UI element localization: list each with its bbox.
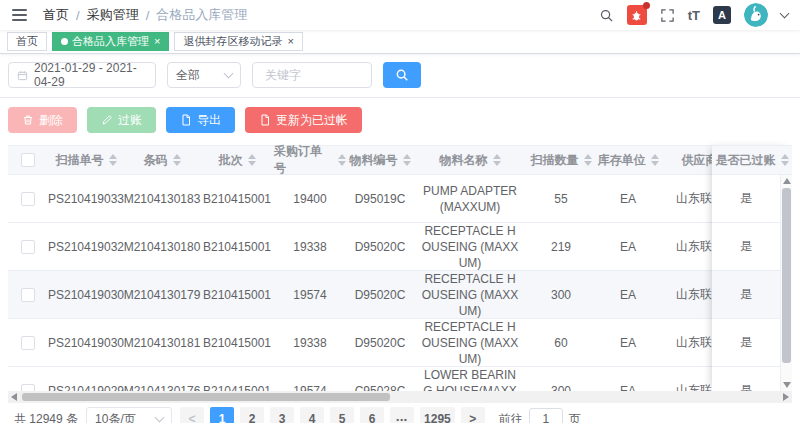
total-count: 共 12949 条 <box>14 411 78 423</box>
close-icon[interactable]: × <box>154 36 160 47</box>
navbar-actions: tT A <box>599 3 788 27</box>
select-all-checkbox[interactable] <box>21 153 35 167</box>
row-checkbox[interactable] <box>21 240 35 254</box>
cell-barcode: M2104130179 <box>124 271 200 318</box>
sort-icon[interactable] <box>493 154 501 166</box>
chevron-down-icon[interactable] <box>780 8 790 18</box>
column-header-material-name[interactable]: 物料名称 <box>414 146 526 174</box>
sort-icon[interactable] <box>338 154 346 166</box>
type-select[interactable]: 全部 <box>167 62 241 88</box>
page-size-select[interactable]: 10条/页 <box>86 407 172 423</box>
language-icon[interactable]: A <box>713 6 731 24</box>
column-header-barcode[interactable]: 条码 <box>124 146 200 174</box>
sort-icon[interactable] <box>651 154 659 166</box>
button-label: 删除 <box>39 112 63 129</box>
search-icon[interactable] <box>599 8 614 23</box>
action-toolbar: 删除 过账 导出 更新为已过帐 <box>0 98 800 141</box>
hamburger-icon[interactable] <box>10 7 29 23</box>
page-button-2[interactable]: 2 <box>240 407 264 423</box>
delete-button[interactable]: 删除 <box>8 107 77 133</box>
page-button-6[interactable]: 6 <box>360 407 384 423</box>
row-checkbox[interactable] <box>21 288 35 302</box>
table-row: PS210419030 M2104130181 B210415001 19338… <box>8 319 752 367</box>
sort-icon[interactable] <box>403 154 411 166</box>
chevron-down-icon <box>155 412 165 422</box>
column-header-posted[interactable]: 是否已过账 <box>712 145 792 175</box>
page-button-last[interactable]: 1295 <box>420 407 455 423</box>
breadcrumb-purchase-mgmt[interactable]: 采购管理 <box>87 6 139 24</box>
page-button-1[interactable]: 1 <box>210 407 234 423</box>
cell-posted: 是 <box>712 223 780 271</box>
tab-label: 退供封存区移动记录 <box>183 34 282 49</box>
scroll-right-arrow-icon[interactable] <box>783 393 789 401</box>
cell-barcode: M2104130183 <box>124 175 200 222</box>
cell-batch: B210415001 <box>200 175 274 222</box>
cell-posted: 是 <box>712 367 780 391</box>
cell-material-no: D95020C <box>346 223 414 270</box>
cell-barcode: M2104130176 <box>124 367 200 391</box>
more-pages-button[interactable]: ••• <box>390 407 414 423</box>
sort-icon[interactable] <box>173 154 181 166</box>
page-button-5[interactable]: 5 <box>330 407 354 423</box>
keyword-input[interactable] <box>263 67 361 83</box>
page-buttons: < 1 2 3 4 5 6 ••• 1295 > <box>180 407 485 423</box>
scroll-left-arrow-icon[interactable] <box>11 393 17 401</box>
next-page-button[interactable]: > <box>461 407 485 423</box>
cell-barcode: M2104130180 <box>124 223 200 270</box>
close-icon[interactable]: × <box>287 36 293 47</box>
button-label: 更新为已过帐 <box>276 112 348 129</box>
breadcrumb-separator: / <box>146 8 150 23</box>
document-icon <box>180 114 192 126</box>
scroll-up-arrow-icon[interactable] <box>783 178 791 184</box>
avatar[interactable] <box>744 3 768 27</box>
goto-unit: 页 <box>569 411 581 423</box>
error-log-button[interactable] <box>627 5 647 25</box>
cell-po-no: 19574 <box>274 367 346 391</box>
top-navbar: 首页 / 采购管理 / 合格品入库管理 tT A <box>0 0 800 30</box>
sort-icon[interactable] <box>584 154 592 166</box>
column-header-scan-qty[interactable]: 扫描数量 <box>526 146 596 174</box>
goto-page-input[interactable] <box>529 408 563 423</box>
column-header-po-no[interactable]: 采购订单号 <box>274 146 346 174</box>
row-checkbox[interactable] <box>21 384 35 392</box>
cell-batch: B210415001 <box>200 367 274 391</box>
breadcrumb-home[interactable]: 首页 <box>43 6 69 24</box>
cell-scan-no: PS210419030 <box>48 319 124 366</box>
column-header-unit[interactable]: 库存单位 <box>596 146 660 174</box>
prev-page-button[interactable]: < <box>180 407 204 423</box>
column-header-material-no[interactable]: 物料编号 <box>346 146 414 174</box>
cell-scan-qty: 300 <box>526 271 596 318</box>
tab-return-seal-records[interactable]: 退供封存区移动记录 × <box>174 32 302 51</box>
tab-home[interactable]: 首页 <box>7 32 47 51</box>
fullscreen-icon[interactable] <box>660 8 675 23</box>
cell-scan-no: PS210419033 <box>48 175 124 222</box>
column-header-batch[interactable]: 批次 <box>200 146 274 174</box>
cell-unit: EA <box>596 271 660 318</box>
update-posted-button[interactable]: 更新为已过帐 <box>245 107 362 133</box>
date-range-picker[interactable]: 2021-01-29 - 2021-04-29 <box>8 62 156 88</box>
font-size-icon[interactable]: tT <box>688 8 700 23</box>
column-header-scan-no[interactable]: 扫描单号 <box>48 146 124 174</box>
data-table: 扫描单号 条码 批次 采购订单号 物料编号 物料名称 扫描数量 库存单位 供应商… <box>8 145 792 391</box>
page-button-3[interactable]: 3 <box>270 407 294 423</box>
search-button[interactable] <box>383 62 421 88</box>
export-button[interactable]: 导出 <box>166 107 235 133</box>
goto-label: 前往 <box>499 411 523 423</box>
post-button[interactable]: 过账 <box>87 107 156 133</box>
sort-icon[interactable] <box>781 154 789 166</box>
vertical-scroll-thumb[interactable] <box>782 188 791 363</box>
vertical-scrollbar[interactable] <box>780 175 792 391</box>
cell-po-no: 19338 <box>274 223 346 270</box>
row-checkbox[interactable] <box>21 192 35 206</box>
horizontal-scrollbar[interactable] <box>8 391 792 403</box>
cell-barcode: M2104130181 <box>124 319 200 366</box>
error-badge-dot <box>643 2 650 9</box>
scroll-down-arrow-icon[interactable] <box>783 382 791 388</box>
horizontal-scroll-thumb[interactable] <box>22 393 390 401</box>
page-button-4[interactable]: 4 <box>300 407 324 423</box>
tab-qualified-inbound[interactable]: 合格品入库管理 × <box>52 32 169 51</box>
cell-posted: 是 <box>712 175 780 223</box>
row-checkbox[interactable] <box>21 336 35 350</box>
sort-icon[interactable] <box>248 154 256 166</box>
sort-icon[interactable] <box>109 154 117 166</box>
